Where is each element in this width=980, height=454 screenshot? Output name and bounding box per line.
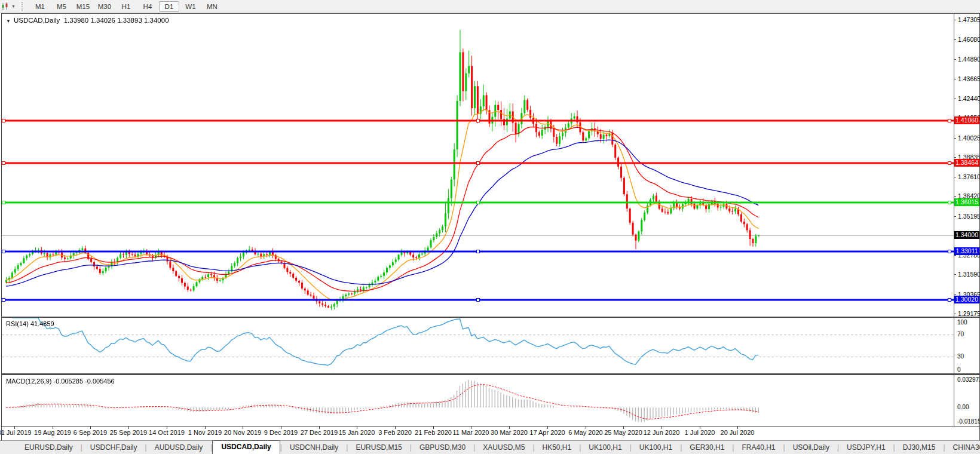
price-axis-tick-mark [954,216,956,217]
price-axis-tick-mark [954,177,956,177]
chart-tab-usdcnh-daily[interactable]: USDCNH,Daily [282,441,346,454]
macd-label: MACD(12,26,9) -0.005285 -0.005456 [6,378,115,385]
time-axis-label: 20 Nov 2019 [222,429,264,436]
time-axis-label: 15 Jan 2020 [336,429,378,436]
time-axis-label: 25 May 2020 [602,429,644,436]
timeframe-button-m15[interactable]: M15 [73,1,93,12]
price-axis-tick-mark [954,39,956,40]
price-line-label: 1.34000 [954,231,979,239]
chart-symbol-period: USDCAD,Daily [14,17,60,24]
time-axis-label: 21 Feb 2020 [412,429,454,436]
chart-tab-uk100-h1[interactable]: UK100,H1 [581,441,629,454]
chart-tool-dropdown-icon[interactable]: ▼ [11,4,16,8]
price-axis-tick-mark [954,79,956,79]
ohlc-close: 1.34000 [144,17,169,24]
price-axis-tick: 1.43665 [958,75,980,82]
timeframe-button-m1[interactable]: M1 [30,1,50,12]
main-price-chart[interactable] [2,14,954,317]
time-axis-label: 12 Jun 2020 [641,429,682,436]
price-axis-tick: 1.37610 [958,173,980,180]
time-axis-label: 6 Sep 2019 [69,429,111,436]
chart-tab-usdchf-daily[interactable]: USDCHF,Daily [82,441,145,454]
rsi-level-label: 0 [957,366,961,373]
time-axis-label: 31 Jul 2019 [0,429,35,436]
time-axis-label: 17 Apr 2020 [526,429,568,436]
rsi-label: RSI(14) 41.4859 [6,320,54,327]
timeframe-button-w1[interactable]: W1 [180,1,201,12]
timeframe-buttons: M1M5M15M30H1H4D1W1MN [29,1,223,12]
time-axis-label: 3 Feb 2020 [374,429,416,436]
toolbar-grip[interactable] [22,2,26,11]
mt4-terminal: ▼ M1M5M15M30H1H4D1W1MN ▼USDCAD,Daily 1.3… [0,0,980,454]
price-line-label: 1.30020 [954,296,979,303]
macd-tick-label: -0.018154 [957,418,980,425]
time-axis-label: 19 Aug 2019 [32,429,74,436]
time-axis-label: 6 May 2020 [565,429,607,436]
chart-tab-bar: EURUSD,Daily|USDCHF,Daily|AUDUSD,Daily|U… [0,440,980,454]
time-axis-label: 30 Mar 2020 [488,429,530,436]
price-line-label: 1.38464 [954,159,979,167]
chart-tab-xauusd-m5[interactable]: XAUUSD,M5 [475,441,532,454]
price-axis-tick-mark [954,196,956,197]
rsi-level-label: 70 [957,331,964,338]
chart-tab-usoil-daily[interactable]: USOil,Daily [785,441,837,454]
price-line-label: 1.41060 [954,116,979,124]
chart-tab-china300-h4[interactable]: CHINA300,H4 [945,441,980,454]
chart-tabs: EURUSD,Daily|USDCHF,Daily|AUDUSD,Daily|U… [17,440,980,454]
rsi-panel-chart[interactable] [2,318,954,373]
time-axis-label: 11 Mar 2020 [450,429,492,436]
chart-tab-eurusd-m15[interactable]: EURUSD,M15 [348,441,409,454]
timeframe-button-m30[interactable]: M30 [94,1,115,12]
price-axis-tick: 1.35195 [958,213,980,220]
chart-tab-eurusd-daily[interactable]: EURUSD,Daily [17,441,81,454]
price-axis-tick-mark [954,99,956,99]
price-line-label: 1.33011 [954,247,979,255]
timeframe-toolbar: ▼ M1M5M15M30H1H4D1W1MN [0,0,980,13]
chart-tab-gbpusd-m30[interactable]: GBPUSD,M30 [412,441,473,454]
price-axis-line [954,13,954,427]
timeframe-button-d1[interactable]: D1 [159,1,179,12]
ohlc-low: 1.33893 [117,17,142,24]
price-line-label: 1.36015 [954,198,979,206]
timeframe-button-h4[interactable]: H4 [137,1,158,12]
time-axis-label: 1 Nov 2019 [184,429,226,436]
macd-panel-chart[interactable] [2,375,954,426]
timeframe-button-h1[interactable]: H1 [116,1,136,12]
time-axis-label: 25 Sep 2019 [108,429,149,436]
price-axis-tick: 1.47305 [958,16,980,23]
price-axis-tick: 1.44890 [958,56,980,63]
price-axis-tick-mark [954,138,956,139]
price-axis-tick-mark [954,59,956,60]
chart-tab-fra40-h1[interactable]: FRA40,H1 [734,441,783,454]
price-axis-tick-mark [954,274,956,275]
chart-tab-uk100-h1[interactable]: UK100,H1 [632,441,680,454]
price-axis-tick: 1.40025 [958,134,980,142]
time-axis-label: 9 Dec 2019 [260,429,302,436]
time-axis-label: 14 Oct 2019 [146,429,188,436]
chart-collapse-icon[interactable]: ▼ [6,19,11,24]
rsi-level-label: 100 [957,319,967,326]
candlestick-chart-icon[interactable] [1,2,11,11]
chart-tab-audusd-daily[interactable]: AUDUSD,Daily [147,441,211,454]
price-axis-tick: 1.31590 [958,271,980,278]
chart-title: ▼USDCAD,Daily 1.33980 1.34026 1.33893 1.… [6,17,169,24]
price-axis-tick: 1.42440 [958,95,980,102]
timeframe-button-mn[interactable]: MN [202,1,222,12]
chart-tab-dj30-m15[interactable]: DJ30,M15 [895,441,944,454]
chart-tab-hk50-h1[interactable]: HK50,H1 [535,441,580,454]
time-axis-label: 20 Jul 2020 [716,429,758,436]
price-axis-tick-mark [954,157,956,158]
time-axis-label: 1 Jul 2020 [679,429,721,436]
rsi-level-label: 30 [957,353,964,360]
price-axis-tick: 1.29175 [958,310,980,317]
price-axis-tick-mark [954,255,956,256]
chart-tab-usdjpy-h1[interactable]: USDJPY,H1 [839,441,893,454]
macd-tick-label: 0.032972 [957,376,980,383]
chart-tab-ger30-h1[interactable]: GER30,H1 [682,441,732,454]
ohlc-open: 1.33980 [64,17,89,24]
time-axis-border [1,426,979,427]
timeframe-button-m5[interactable]: M5 [51,1,72,12]
chart-tab-usdcad-daily[interactable]: USDCAD,Daily [212,440,280,454]
price-axis-tick-mark [954,20,956,20]
price-axis-tick-mark [954,314,956,314]
